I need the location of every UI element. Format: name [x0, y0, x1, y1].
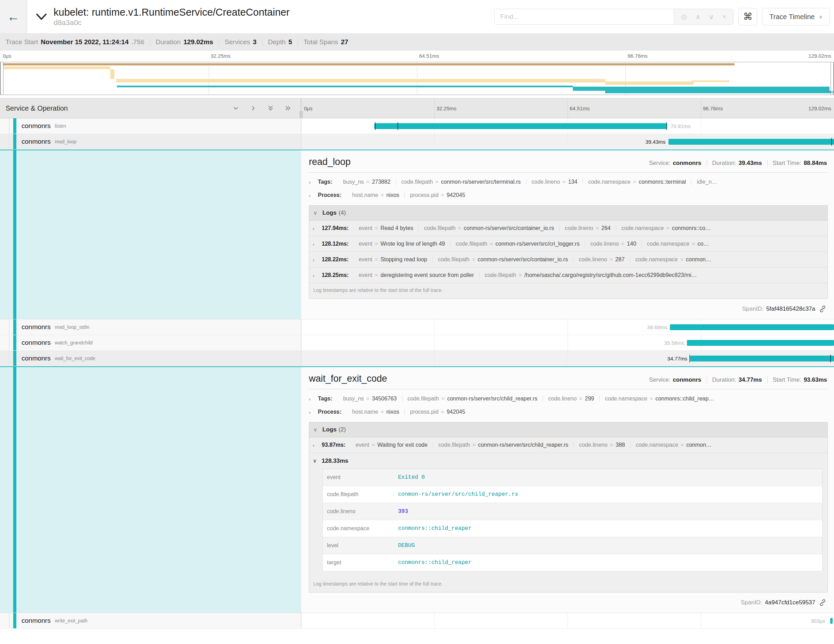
span-timeline-cell[interactable]: 39.69ms	[301, 319, 834, 335]
span-duration-label: 303μs	[808, 613, 828, 629]
summary-label: Depth	[268, 38, 286, 46]
caret-right-icon: ›	[313, 272, 322, 278]
log-chip: code.namespace=conmon…	[630, 442, 717, 448]
log-row[interactable]: › 128.12ms: event=Wrote log line of leng…	[309, 236, 828, 252]
log-fields-table: event Exited 0 code.filepath conmon-rs/s…	[322, 469, 823, 571]
span-bar[interactable]	[830, 618, 832, 624]
span-detail-title: read_loop	[309, 157, 351, 167]
back-button[interactable]: ←	[0, 0, 27, 33]
find-input[interactable]	[495, 9, 674, 24]
summary-value: 129.02ms	[184, 38, 213, 46]
log-chip: event=Read 4 bytes	[353, 225, 419, 231]
service-name: conmonrs	[21, 354, 50, 362]
trace-title-collapse-toggle[interactable]	[36, 13, 47, 21]
log-row[interactable]: › 128.25ms: event=deregistering event so…	[309, 267, 828, 283]
span-name-cell[interactable]: conmonrs read_loop	[0, 134, 301, 149]
caret-right-icon: ›	[309, 396, 318, 402]
minimap-span-bar	[3, 63, 735, 65]
summary-item: Total Spans 27	[298, 38, 354, 46]
span-row-read-loop-stdin[interactable]: conmonrs read_loop_stdin 39.69ms	[0, 319, 834, 335]
minimap-right-handle[interactable]	[831, 62, 834, 95]
keyboard-shortcuts-button[interactable]: ⌘	[739, 8, 757, 25]
logs-count: (2)	[339, 426, 346, 433]
find-next-icon[interactable]: ∨	[709, 13, 714, 21]
minimap-left-handle[interactable]	[0, 62, 3, 95]
tag-chip: code.namespace=conmonrs::child_reap…	[600, 396, 719, 402]
tags-row[interactable]: › Tags: busy_ns=273882code.filepath=conm…	[309, 175, 828, 189]
logs-label: Logs	[322, 209, 337, 217]
span-bar[interactable]	[690, 356, 834, 361]
span-bar[interactable]	[670, 324, 834, 330]
span-row-read-loop[interactable]: conmonrs read_loop 39.43ms	[0, 134, 834, 150]
tag-chip: busy_ns=34506763	[338, 396, 402, 402]
log-chip: code.filepath=conmon-rs/server/src/child…	[433, 442, 574, 448]
span-duration-label: 35.58ms	[661, 335, 687, 351]
link-icon[interactable]	[819, 305, 826, 313]
find-bar: ◎ ∧ ∨ ×	[494, 9, 734, 25]
span-timeline-cell[interactable]: 303μs	[301, 613, 834, 628]
summary-label: Trace Start	[6, 38, 38, 46]
log-row[interactable]: › 93.87ms: event=Waiting for exit codeco…	[309, 437, 828, 453]
ruler-tick: 32.25ms	[436, 105, 457, 111]
span-name-cell[interactable]: conmonrs read_loop_stdin	[0, 319, 301, 335]
find-clear-icon[interactable]: ×	[722, 13, 727, 21]
span-timeline-cell[interactable]: 34.77ms	[301, 351, 834, 366]
log-field-value: conmonrs::child_reaper	[394, 520, 823, 537]
span-bar[interactable]	[687, 340, 834, 346]
span-detail-meta: Service:conmonrsDuration:34.77msStart Ti…	[644, 377, 828, 383]
span-row-watch-grandchild[interactable]: conmonrs watch_grandchild 35.58ms	[0, 335, 834, 351]
span-row-listen[interactable]: conmonrs listen 70.91ms	[0, 118, 834, 134]
meta-value: conmonrs	[672, 377, 701, 383]
expand-one-icon[interactable]	[249, 104, 257, 112]
ruler-tick: 0μs	[304, 105, 313, 111]
chevron-down-icon: ∨	[819, 14, 823, 19]
expanded-log-header[interactable]: ∨ 128.33ms	[309, 453, 828, 468]
process-row[interactable]: › Process: host.name=nixosprocess.pid=94…	[309, 189, 828, 202]
process-row[interactable]: › Process: host.name=nixosprocess.pid=94…	[309, 405, 828, 419]
span-timeline-cell[interactable]: 70.91ms	[301, 118, 834, 134]
back-arrow-icon: ←	[7, 10, 20, 24]
log-row[interactable]: › 128.22ms: event=Stopping read loopcode…	[309, 252, 828, 267]
operation-name: read_loop	[55, 139, 76, 144]
summary-label: Total Spans	[304, 38, 338, 46]
summary-label: Duration	[156, 38, 181, 46]
link-icon[interactable]	[819, 599, 826, 607]
span-timeline-cell[interactable]: 39.43ms	[301, 134, 834, 149]
tags-row[interactable]: › Tags: busy_ns=34506763code.filepath=co…	[309, 392, 828, 405]
service-name: conmonrs	[21, 339, 50, 346]
log-field-value: DEBUG	[394, 537, 823, 554]
span-row-write-exit-path[interactable]: conmonrs write_exit_path 303μs	[0, 613, 834, 629]
span-color-accent	[13, 335, 16, 350]
span-bar[interactable]	[374, 123, 668, 129]
collapse-one-icon[interactable]	[232, 104, 240, 112]
span-name-cell[interactable]: conmonrs watch_grandchild	[0, 335, 301, 350]
span-timeline-cell[interactable]: 35.58ms	[301, 335, 834, 350]
span-detail-indent	[0, 367, 301, 613]
logs-note: Log timestamps are relative to the start…	[309, 283, 828, 299]
operation-name: watch_grandchild	[55, 340, 92, 345]
collapse-all-icon[interactable]	[267, 104, 275, 112]
span-name-cell[interactable]: conmonrs write_exit_path	[0, 613, 301, 628]
logs-header[interactable]: ∨ Logs (4)	[309, 205, 828, 220]
span-row-wait-for-exit-code[interactable]: conmonrs wait_for_exit_code 34.77ms	[0, 351, 834, 366]
process-chip: host.name=nixos	[347, 192, 405, 198]
log-marker-tick	[831, 138, 832, 146]
tag-chips: busy_ns=34506763code.filepath=conmon-rs/…	[338, 396, 719, 402]
logs-section: ∨ Logs (2) › 93.87ms: event=Waiting for …	[309, 422, 828, 592]
top-bar-controls: ◎ ∧ ∨ × ⌘ Trace Timeline ∨	[494, 8, 834, 25]
span-name-cell[interactable]: conmonrs wait_for_exit_code	[0, 351, 301, 366]
span-duration-label: 39.43ms	[643, 134, 668, 150]
view-options-dropdown[interactable]: Trace Timeline ∨	[762, 8, 830, 25]
log-timestamp: 128.25ms:	[322, 272, 349, 278]
trace-minimap[interactable]	[0, 62, 834, 95]
timeline-ruler: 0μs 32.25ms 64.51ms 96.76ms 129.02ms	[301, 99, 834, 118]
expand-all-icon[interactable]	[284, 104, 292, 112]
log-row[interactable]: › 127.94ms: event=Read 4 bytescode.filep…	[309, 220, 828, 236]
span-bar[interactable]	[668, 139, 834, 145]
span-name-cell[interactable]: conmonrs listen	[0, 118, 301, 134]
locate-icon[interactable]: ◎	[681, 13, 687, 21]
logs-header[interactable]: ∨ Logs (2)	[309, 422, 828, 437]
meta-item: Start Time:88.84ms	[768, 160, 828, 167]
log-timestamp: 128.33ms	[322, 458, 349, 464]
find-prev-icon[interactable]: ∧	[695, 13, 700, 21]
